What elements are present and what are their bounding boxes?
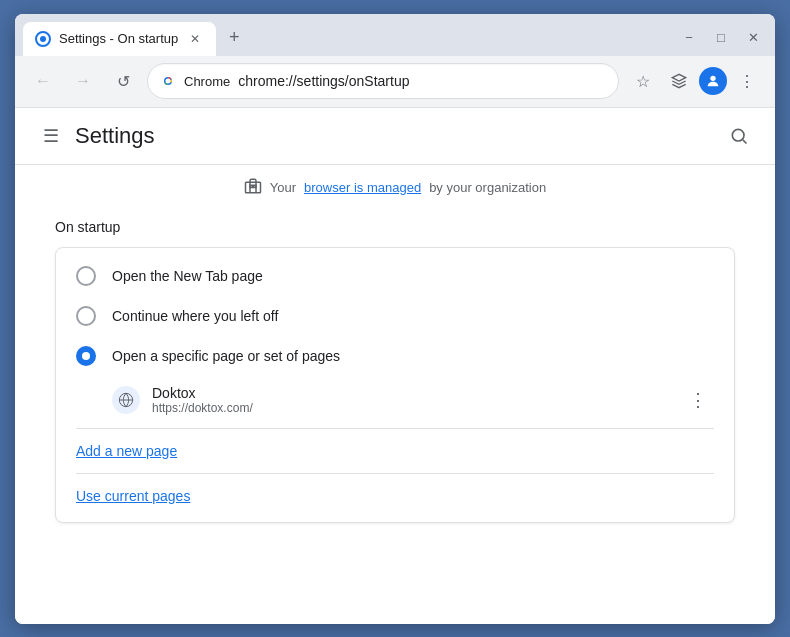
option-continue[interactable]: Continue where you left off bbox=[56, 296, 734, 336]
building-icon bbox=[244, 177, 262, 199]
settings-menu-icon[interactable]: ☰ bbox=[35, 120, 67, 152]
radio-specific[interactable] bbox=[76, 346, 96, 366]
address-bar[interactable]: Chrome chrome://settings/onStartup bbox=[147, 63, 619, 99]
active-tab[interactable]: Settings - On startup ✕ bbox=[23, 22, 216, 56]
new-tab-button[interactable]: + bbox=[220, 24, 248, 52]
chrome-logo-icon bbox=[160, 73, 176, 89]
divider bbox=[76, 428, 714, 429]
extensions-button[interactable] bbox=[663, 65, 695, 97]
option-specific[interactable]: Open a specific page or set of pages bbox=[56, 336, 734, 376]
reload-button[interactable]: ↺ bbox=[107, 65, 139, 97]
svg-rect-7 bbox=[250, 185, 252, 187]
settings-header: ☰ Settings bbox=[15, 108, 775, 165]
maximize-button[interactable]: □ bbox=[707, 26, 735, 50]
startup-page-item: Doktox https://doktox.com/ ⋮ bbox=[56, 376, 734, 424]
browser-window: Settings - On startup ✕ + − □ ✕ ← → ↺ bbox=[15, 14, 775, 624]
window-controls: − □ ✕ bbox=[675, 26, 767, 56]
tab-strip: Settings - On startup ✕ + bbox=[23, 22, 675, 56]
option-specific-label: Open a specific page or set of pages bbox=[112, 348, 340, 364]
settings-title: Settings bbox=[75, 123, 155, 149]
page-url: https://doktox.com/ bbox=[152, 401, 670, 415]
svg-point-3 bbox=[166, 79, 171, 84]
option-continue-label: Continue where you left off bbox=[112, 308, 278, 324]
page-info: Doktox https://doktox.com/ bbox=[152, 385, 670, 415]
page-menu-button[interactable]: ⋮ bbox=[682, 384, 714, 416]
svg-point-5 bbox=[732, 129, 744, 141]
svg-point-4 bbox=[710, 76, 715, 81]
tab-favicon bbox=[35, 31, 51, 47]
tab-close-button[interactable]: ✕ bbox=[186, 30, 204, 48]
address-text: chrome://settings/onStartup bbox=[238, 73, 606, 89]
tab-title: Settings - On startup bbox=[59, 31, 178, 46]
toolbar: ← → ↺ Chrome chrome://settings/onStartup… bbox=[15, 56, 775, 108]
radio-new-tab[interactable] bbox=[76, 266, 96, 286]
managed-text-before: Your bbox=[270, 180, 296, 195]
radio-continue[interactable] bbox=[76, 306, 96, 326]
add-new-page-button[interactable]: Add a new page bbox=[56, 433, 197, 469]
page-content: PCrisk.COM ☰ Settings Your browser is ma… bbox=[15, 108, 775, 624]
page-icon bbox=[112, 386, 140, 414]
title-bar: Settings - On startup ✕ + − □ ✕ bbox=[15, 14, 775, 56]
page-name: Doktox bbox=[152, 385, 670, 401]
profile-button[interactable] bbox=[699, 67, 727, 95]
option-new-tab-label: Open the New Tab page bbox=[112, 268, 263, 284]
chrome-menu-button[interactable]: ⋮ bbox=[731, 65, 763, 97]
settings-search-button[interactable] bbox=[723, 120, 755, 152]
use-current-pages-button[interactable]: Use current pages bbox=[56, 478, 210, 514]
settings-section: On startup Open the New Tab page Continu… bbox=[15, 211, 775, 547]
svg-rect-8 bbox=[254, 185, 256, 187]
option-new-tab[interactable]: Open the New Tab page bbox=[56, 256, 734, 296]
chrome-badge: Chrome bbox=[184, 74, 230, 89]
managed-banner: Your browser is managed by your organiza… bbox=[15, 165, 775, 211]
options-card: Open the New Tab page Continue where you… bbox=[55, 247, 735, 523]
toolbar-actions: ☆ ⋮ bbox=[627, 65, 763, 97]
managed-link[interactable]: browser is managed bbox=[304, 180, 421, 195]
divider-2 bbox=[76, 473, 714, 474]
managed-text-after: by your organization bbox=[429, 180, 546, 195]
svg-point-1 bbox=[40, 36, 46, 42]
minimize-button[interactable]: − bbox=[675, 26, 703, 50]
close-button[interactable]: ✕ bbox=[739, 26, 767, 50]
bookmark-button[interactable]: ☆ bbox=[627, 65, 659, 97]
back-button[interactable]: ← bbox=[27, 65, 59, 97]
forward-button[interactable]: → bbox=[67, 65, 99, 97]
section-label: On startup bbox=[55, 219, 735, 235]
